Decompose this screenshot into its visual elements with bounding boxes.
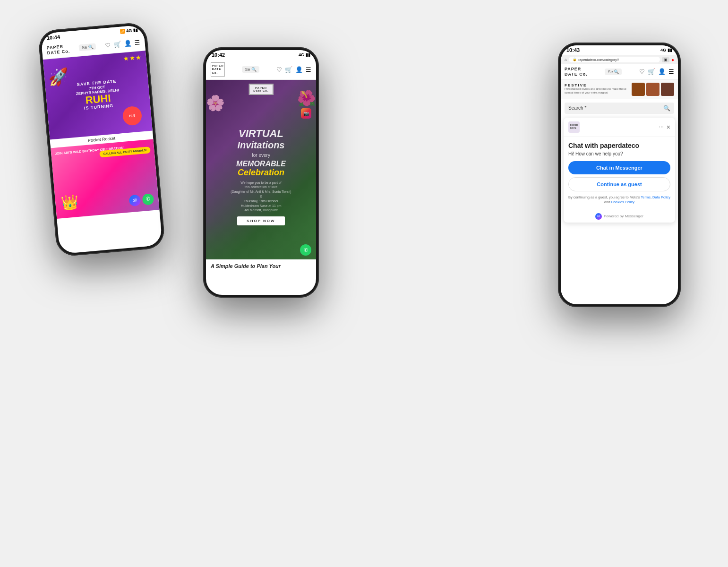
festive-images: [632, 83, 674, 96]
chat-guest-button[interactable]: Continue as guest: [568, 177, 670, 191]
status-icons-left: 📶 4G ▮▮: [120, 27, 138, 34]
chat-footer: ✉ Powered by Messenger: [564, 210, 675, 223]
chat-subtitle: Hi! How can we help you?: [568, 151, 670, 156]
hero-content: VIRTUAL Invitations for every MEMORABLE …: [214, 128, 308, 225]
cart-icon-right[interactable]: 🛒: [648, 68, 655, 75]
chat-logo: PAPERDATE: [568, 121, 580, 133]
user-icon-middle[interactable]: 👤: [295, 66, 303, 73]
hero-invitation: PAPER Date Co. 🌸 🌺 VIRTUAL Invitations f…: [206, 80, 316, 259]
time-right: 10:43: [566, 47, 580, 53]
battery-left: ▮▮: [133, 27, 138, 33]
heart-icon-right[interactable]: ♡: [639, 68, 645, 75]
status-bar-right: 10:43 4G ▮▮: [561, 45, 678, 55]
phone-right: 10:43 4G ▮▮ ⌂ 🔒 paperdateco.com/category…: [558, 43, 681, 307]
search-bar-right[interactable]: Search * 🔍: [565, 103, 674, 114]
floral-left: 🌸: [206, 94, 225, 112]
logo-stamp-middle: PAPER DATE Co.: [211, 62, 225, 77]
signal-right: 4G: [660, 48, 666, 52]
search-icon-left: 🔍: [88, 44, 94, 50]
floral-overlay: [206, 222, 316, 259]
celebration-text: Celebration: [223, 168, 298, 178]
user-icon-left[interactable]: 👤: [124, 40, 132, 47]
menu-icon-middle[interactable]: ☰: [306, 66, 311, 73]
festive-text: FESTIVE Personalised invites and greetin…: [565, 83, 629, 95]
festive-img-2: [646, 83, 659, 96]
status-icons-middle: 4G ▮▮: [299, 52, 310, 57]
chat-messenger-button[interactable]: Chat in Messenger: [568, 161, 670, 174]
status-bar-middle: 10:42 4G ▮▮: [206, 50, 316, 60]
chat-body: Chat with paperdateco Hi! How can we hel…: [564, 137, 675, 210]
cart-icon-middle[interactable]: 🛒: [285, 66, 292, 73]
url-bar[interactable]: 🔒 paperdateco.com/category/f: [569, 57, 660, 62]
menu-icon-left[interactable]: ☰: [134, 39, 140, 46]
signal-left: 4G: [126, 28, 132, 34]
cookies-link[interactable]: Cookies Policy: [611, 200, 634, 204]
nav-icons-middle: ♡ 🛒 👤 ☰: [276, 66, 311, 73]
hi5-badge: HI 5: [122, 105, 142, 126]
lock-icon: 🔒: [573, 58, 577, 61]
chat-more-icon[interactable]: ···: [659, 123, 664, 131]
festive-description: Personalised invites and greetings to ma…: [565, 87, 629, 95]
for-every-text: for every: [223, 153, 298, 158]
festive-img-1: [632, 83, 645, 96]
messenger-icon-footer: ✉: [595, 213, 602, 220]
chat-header: PAPERDATE ··· ×: [564, 118, 675, 137]
whatsapp-fab-left[interactable]: ✆: [142, 193, 154, 205]
scene: 10:44 📶 4G ▮▮ PAPER DATE Co. Se 🔍: [0, 0, 728, 567]
chat-title: Chat with paperdateco: [568, 142, 670, 149]
pocket-rocket-card: ★★★ 🚀 SAVE THE DATE 7TH OCT ZEPHYR FARMS…: [43, 51, 153, 139]
memorable-text: MEMORABLE: [223, 160, 298, 168]
search-box-left[interactable]: Se 🔍: [79, 43, 96, 51]
time-middle: 10:42: [212, 52, 225, 58]
data-policy-link[interactable]: Data Policy: [652, 195, 670, 199]
logo-right: PAPER DATE Co.: [565, 67, 588, 77]
status-icons-right: 4G ▮▮: [660, 48, 672, 52]
floral-right: 🌺: [297, 89, 316, 107]
festive-banner: FESTIVE Personalised invites and greetin…: [561, 80, 678, 99]
home-icon[interactable]: ⌂: [565, 58, 567, 62]
user-icon-right[interactable]: 👤: [658, 68, 666, 75]
chat-header-actions: ··· ×: [659, 123, 670, 131]
heart-icon-left[interactable]: ♡: [105, 42, 111, 49]
wifi-icon: 📶: [120, 29, 125, 34]
url-text: paperdateco.com/category/f: [578, 58, 619, 61]
party-card: JOIN ABI'S WILD BIRTHDAY CELEBRATION! CA…: [51, 139, 159, 218]
heart-icon-middle[interactable]: ♡: [276, 66, 282, 73]
terms-link[interactable]: Terms: [641, 195, 650, 199]
festive-img-3: [661, 83, 674, 96]
guide-text: A Simple Guide to Plan Your: [206, 259, 316, 271]
phone-middle: 10:42 4G ▮▮ PAPER DATE Co.: [203, 47, 319, 298]
powered-by-text: Powered by Messenger: [604, 214, 643, 218]
instagram-fab-middle[interactable]: 📷: [301, 108, 311, 119]
time-left: 10:44: [46, 34, 60, 41]
stars-decoration: ★★★: [123, 53, 142, 62]
nav-bar-right: PAPER DATE Co. Se 🔍 ♡ 🛒 👤 ☰: [561, 64, 678, 80]
festive-label: FESTIVE: [565, 83, 629, 87]
browser-bar: ⌂ 🔒 paperdateco.com/category/f ▣ ●: [561, 55, 678, 64]
rocket-icon: 🚀: [47, 67, 69, 88]
refresh-icon[interactable]: ●: [671, 57, 674, 62]
search-icon-middle: 🔍: [251, 67, 257, 72]
battery-middle: ▮▮: [306, 52, 310, 57]
phone-left: 10:44 📶 4G ▮▮ PAPER DATE Co. Se 🔍: [38, 22, 166, 257]
tab-icon[interactable]: ▣: [662, 57, 669, 62]
whatsapp-fab-middle[interactable]: ✆: [300, 244, 311, 256]
chat-widget: PAPERDATE ··· × Chat with paperdateco Hi…: [564, 118, 675, 223]
crown-emoji: 👑: [60, 193, 79, 211]
search-icon-right: 🔍: [614, 69, 619, 74]
messenger-fab-left[interactable]: ✉: [129, 194, 141, 206]
cart-icon-left[interactable]: 🛒: [113, 41, 121, 48]
search-input-right[interactable]: Search *: [568, 105, 661, 111]
signal-middle: 4G: [299, 52, 304, 57]
chat-close-icon[interactable]: ×: [667, 123, 670, 131]
search-submit-icon[interactable]: 🔍: [663, 105, 670, 112]
nav-bar-middle: PAPER DATE Co. Se 🔍 ♡ 🛒 👤 ☰: [206, 60, 316, 80]
search-box-middle[interactable]: Se 🔍: [242, 66, 259, 73]
menu-icon-right[interactable]: ☰: [668, 68, 674, 75]
virtual-text: VIRTUAL Invitations: [223, 128, 298, 151]
search-box-right[interactable]: Se 🔍: [605, 69, 622, 75]
nav-icons-left: ♡ 🛒 👤 ☰: [105, 39, 140, 49]
shop-now-button[interactable]: SHOP NOW: [237, 216, 284, 225]
nav-icons-right: ♡ 🛒 👤 ☰: [639, 68, 674, 75]
battery-right: ▮▮: [668, 48, 672, 52]
